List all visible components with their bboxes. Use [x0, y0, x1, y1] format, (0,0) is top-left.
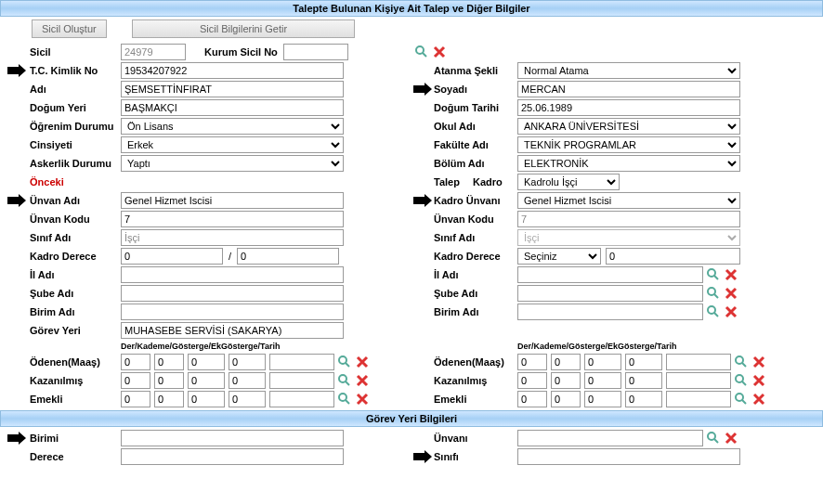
rk1[interactable]: [517, 372, 547, 389]
kd3-input[interactable]: [606, 248, 740, 265]
gorev-input[interactable]: [121, 322, 344, 339]
bolum-select[interactable]: ELEKTRONİK: [517, 155, 740, 172]
svg-line-21: [714, 439, 718, 443]
search-icon[interactable]: [337, 373, 352, 388]
k2[interactable]: [154, 372, 184, 389]
kd1-input[interactable]: [121, 248, 223, 265]
birimi-input[interactable]: [121, 430, 344, 446]
o1[interactable]: [121, 354, 150, 370]
search-icon[interactable]: [337, 355, 352, 369]
sube-input[interactable]: [121, 285, 344, 302]
delete-icon[interactable]: [355, 373, 370, 388]
ro5[interactable]: [666, 354, 731, 370]
delete-icon[interactable]: [724, 431, 738, 446]
re1[interactable]: [517, 391, 547, 407]
soyadi-input[interactable]: [517, 81, 740, 97]
section-header-2: Görev Yeri Bilgileri: [0, 410, 823, 427]
ro1[interactable]: [517, 354, 547, 370]
k4[interactable]: [229, 372, 266, 389]
kadunvan-select[interactable]: Genel Hizmet Iscisi: [517, 192, 740, 209]
rk5[interactable]: [666, 372, 731, 389]
iladi-input[interactable]: [121, 266, 344, 283]
label-sinifi: Sınıfı: [434, 451, 517, 462]
dtarih-input[interactable]: [517, 99, 740, 116]
re2[interactable]: [551, 391, 581, 407]
rk2[interactable]: [551, 372, 581, 389]
delete-icon[interactable]: [432, 45, 447, 59]
search-icon[interactable]: [706, 431, 721, 446]
kd2-input[interactable]: [237, 248, 339, 265]
fak-select[interactable]: TEKNİK PROGRAMLAR: [517, 136, 740, 153]
sinifi-input[interactable]: [517, 448, 740, 465]
delete-icon[interactable]: [355, 355, 370, 369]
search-icon[interactable]: [706, 267, 721, 282]
search-icon[interactable]: [414, 45, 429, 59]
label-okul: Okul Adı: [434, 121, 517, 132]
sicil-getir-button[interactable]: Sicil Bilgilerini Getir: [132, 19, 355, 38]
label-birim2: Birim Adı: [434, 306, 517, 317]
svg-line-11: [742, 363, 746, 367]
k5[interactable]: [269, 372, 334, 389]
e3[interactable]: [188, 391, 225, 407]
kadro-select[interactable]: Kadrolu İşçi: [517, 174, 620, 190]
re5[interactable]: [666, 391, 731, 407]
delete-icon[interactable]: [355, 392, 370, 407]
ro4[interactable]: [625, 354, 662, 370]
sicil-olustur-button[interactable]: Sicil Oluştur: [32, 19, 107, 38]
rk4[interactable]: [625, 372, 662, 389]
search-icon[interactable]: [734, 355, 749, 369]
delete-icon[interactable]: [724, 267, 738, 282]
arrow-icon: [412, 449, 434, 464]
kurum-input[interactable]: [283, 44, 348, 60]
search-icon[interactable]: [337, 392, 352, 407]
atanma-select[interactable]: Normal Atama: [517, 62, 740, 79]
delete-icon[interactable]: [724, 286, 738, 301]
e4[interactable]: [229, 391, 266, 407]
secin-select[interactable]: Seçiniz: [517, 248, 601, 265]
svg-point-10: [736, 356, 743, 364]
label-kadroder2: Kadro Derece: [434, 251, 517, 262]
e1[interactable]: [121, 391, 150, 407]
cins-select[interactable]: Erkek: [121, 136, 344, 153]
label-bolum: Bölüm Adı: [434, 158, 517, 169]
sube2-input[interactable]: [517, 285, 703, 302]
tc-input[interactable]: [121, 62, 344, 79]
asker-select[interactable]: Yaptı: [121, 155, 344, 172]
e5[interactable]: [269, 391, 334, 407]
ogrenim-select[interactable]: Ön Lisans: [121, 118, 344, 135]
search-icon[interactable]: [706, 304, 721, 319]
search-icon[interactable]: [706, 286, 721, 301]
delete-icon[interactable]: [724, 304, 738, 319]
iladi2-input[interactable]: [517, 266, 703, 283]
unvankodu-input[interactable]: [121, 211, 344, 227]
delete-icon[interactable]: [751, 392, 766, 407]
search-icon[interactable]: [734, 392, 749, 407]
o5[interactable]: [269, 354, 334, 370]
k3[interactable]: [188, 372, 225, 389]
o2[interactable]: [154, 354, 184, 370]
okul-select[interactable]: ANKARA ÜNİVERSİTESİ: [517, 118, 740, 135]
label-kaz: Kazanılmış: [28, 375, 121, 386]
arrow-icon: [6, 193, 28, 208]
o4[interactable]: [229, 354, 266, 370]
derece-input[interactable]: [121, 448, 344, 465]
ro3[interactable]: [584, 354, 621, 370]
unvanadi-input[interactable]: [121, 192, 344, 209]
e2[interactable]: [154, 391, 184, 407]
re3[interactable]: [584, 391, 621, 407]
adi-input[interactable]: [121, 81, 344, 97]
svg-point-18: [736, 394, 743, 401]
o3[interactable]: [188, 354, 225, 370]
re4[interactable]: [625, 391, 662, 407]
k1[interactable]: [121, 372, 150, 389]
birim2-input[interactable]: [517, 304, 703, 320]
ro2[interactable]: [551, 354, 581, 370]
search-icon[interactable]: [734, 373, 749, 388]
spacer: [6, 45, 28, 59]
delete-icon[interactable]: [751, 355, 766, 369]
delete-icon[interactable]: [751, 373, 766, 388]
dyeri-input[interactable]: [121, 99, 344, 116]
rk3[interactable]: [584, 372, 621, 389]
birim-input[interactable]: [121, 304, 344, 320]
unvani-input[interactable]: [517, 430, 703, 446]
